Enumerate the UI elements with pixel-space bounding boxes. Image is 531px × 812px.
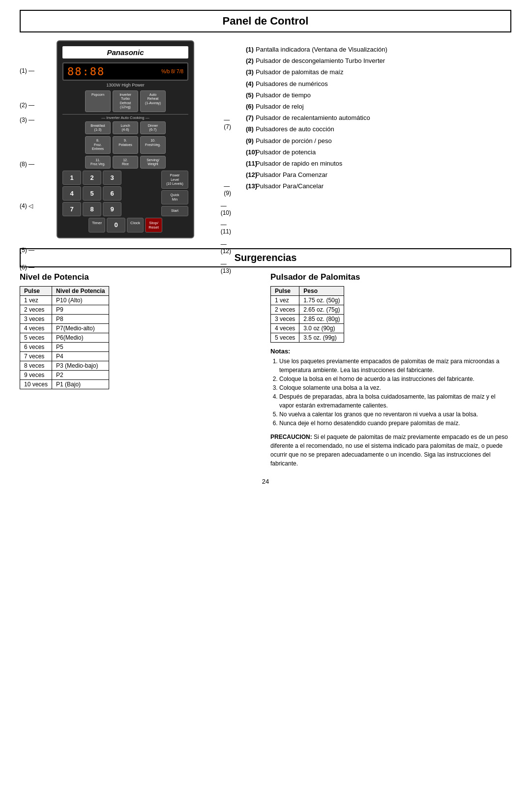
power-level-button[interactable]: PowerLevel(10 Levels) [161, 171, 188, 189]
right-label-item: (1) Pantalla indicadora (Ventana de Visu… [246, 45, 511, 54]
nota-item: No vuelva a calentar los granos que no r… [279, 410, 511, 419]
timer-button[interactable]: Timer [88, 218, 105, 232]
froz-entrees-button[interactable]: 8.Froz.Entrees [85, 136, 111, 153]
surgerencias-title: Surgerencias [21, 252, 510, 263]
turbo-defrost-button[interactable]: InverterTurboDefrost(12/vg) [113, 90, 138, 112]
right-label-item: (12) Pulsador Para Comenzar [246, 171, 511, 179]
fresh-veg-button[interactable]: 10.FreshVeg. [140, 136, 166, 153]
stop-reset-button[interactable]: Stop/Reset [145, 218, 162, 232]
callout-12-right: —(12) [221, 241, 231, 255]
breakfast-button[interactable]: Breakfast(1-3) [85, 121, 111, 135]
peso-cell: 2.65 oz. (75g) [299, 305, 344, 315]
label-num: (5) [246, 91, 254, 100]
display-symbols: %/b 8/ 7/8 [161, 68, 183, 75]
surgerencias-box: Surgerencias [20, 248, 511, 267]
palomitas-section: Pulsador de Palomitas Pulse Peso 1 vez1.… [270, 272, 511, 468]
top-section: (1) — (2) — (3) — (8) — (4) ◁ (5) — (6) … [20, 40, 511, 238]
nivel-cell: P10 (Alto) [52, 296, 109, 305]
right-label-item: (7) Pulsador de recalentamiento automáti… [246, 114, 511, 122]
potatoes-button[interactable]: 9.Potatoes [113, 136, 138, 153]
table-row: 6 vecesP5 [20, 343, 109, 352]
notas-list: Use los paquetes previamente empacados d… [279, 357, 511, 428]
pulse-cell: 4 veces [271, 324, 299, 333]
btn-0[interactable]: 0 [107, 218, 125, 232]
peso-cell: 1.75 oz. (50g) [299, 296, 344, 305]
pulse-cell: 5 veces [271, 333, 299, 343]
dinner-button[interactable]: Dinner(6-7) [140, 121, 166, 135]
table-row: 2 vecesP9 [20, 305, 109, 315]
serving-weight-button[interactable]: Serving/Weight [140, 156, 166, 169]
nivel-cell: P8 [52, 315, 109, 324]
right-label-item: (4) Pulsadores de numéricos [246, 80, 511, 88]
nota-item: Coloque solamente una bolsa a la vez. [279, 383, 511, 392]
nota-item: Nunca deje el horno desatendido cuando p… [279, 419, 511, 428]
table-row: 2 veces2.65 oz. (75g) [271, 305, 344, 315]
pulse-cell: 2 veces [20, 305, 52, 315]
btn-3[interactable]: 3 [103, 171, 121, 185]
btn-8[interactable]: 8 [83, 202, 101, 216]
nivel-cell: P4 [52, 352, 109, 361]
right-label-item: (8) Pulsadores de auto cocción [246, 125, 511, 134]
nivel-cell: P9 [52, 305, 109, 315]
precaucion-box: PRECAUCION: Si el paquete de palomitas d… [270, 433, 511, 468]
pulse-cell: 10 veces [20, 380, 52, 389]
entree-button-row: 8.Froz.Entrees 9.Potatoes 10.FreshVeg. [62, 136, 188, 153]
table-row: 7 vecesP4 [20, 352, 109, 361]
label-num: (13) [246, 182, 257, 191]
table-row: 3 veces2.85 oz. (80g) [271, 315, 344, 324]
btn-7[interactable]: 7 [62, 202, 81, 216]
palomitas-col2: Peso [299, 287, 344, 296]
callout-5: (5) — [20, 247, 34, 254]
diagram-container: (1) — (2) — (3) — (8) — (4) ◁ (5) — (6) … [20, 40, 231, 238]
table-row: 5 veces3.5 oz. (99g) [271, 333, 344, 343]
pulse-cell: 3 veces [20, 315, 52, 324]
table-row: 9 vecesP2 [20, 371, 109, 380]
label-num: (9) [246, 137, 254, 145]
right-label-item: (13) Pulsador Para/Cancelar [246, 182, 511, 191]
btn-2[interactable]: 2 [83, 171, 101, 185]
callout-2: (2) — [20, 102, 34, 109]
cooking-label: — Inverter Auto Cooking — [62, 114, 188, 120]
page-title-box: Panel de Control [20, 10, 511, 32]
right-label-item: (6) Pulsador de reloj [246, 102, 511, 111]
pulse-cell: 8 veces [20, 361, 52, 371]
palomitas-col1: Pulse [271, 287, 299, 296]
panel-diagram: Panasonic 88:88 %/b 8/ 7/8 1300W High Po… [57, 40, 194, 238]
btn-9[interactable]: 9 [103, 202, 121, 216]
btn-4[interactable]: 4 [62, 186, 81, 201]
table-row: 5 vecesP6(Medio) [20, 333, 109, 343]
nivel-col2: Nivel de Potencia [52, 287, 109, 296]
peso-cell: 3.5 oz. (99g) [299, 333, 344, 343]
pulse-cell: 9 veces [20, 371, 52, 380]
nivel-cell: P5 [52, 343, 109, 352]
nivel-section: Nivel de Potencia Pulse Nivel de Potenci… [20, 272, 261, 394]
auto-reheat-button[interactable]: AutoReheat(1-Avvray) [140, 90, 166, 112]
btn-6[interactable]: 6 [103, 186, 121, 201]
nivel-cell: P2 [52, 371, 109, 380]
froz-veg-row: 11.Froz.Veg. 12.Rice Serving/Weight [62, 156, 188, 169]
right-label-item: (11) Pulsador de rapido en minutos [246, 159, 511, 168]
label-num: (2) [246, 57, 254, 65]
btn-5[interactable]: 5 [83, 186, 101, 201]
numeric-section: 1 2 3 4 5 6 7 8 9 PowerLevel(10 Levels) … [62, 171, 188, 216]
callout-8: (8) — [20, 161, 34, 168]
lunch-button[interactable]: Lunch(4-6) [113, 121, 138, 135]
peso-cell: 3.0 oz (90g) [299, 324, 344, 333]
pulse-cell: 7 veces [20, 352, 52, 361]
callout-1: (1) — [20, 67, 34, 74]
side-buttons: PowerLevel(10 Levels) QuickMin Start [161, 171, 188, 216]
start-button[interactable]: Start [161, 206, 188, 216]
callout-6: (6) — [20, 264, 34, 271]
btn-1[interactable]: 1 [62, 171, 81, 185]
palomitas-table: Pulse Peso 1 vez1.75 oz. (50g)2 veces2.6… [270, 286, 344, 343]
froz-veg-button[interactable]: 11.Froz.Veg. [85, 156, 111, 169]
table-row: 1 vez1.75 oz. (50g) [271, 296, 344, 305]
rice-button[interactable]: 12.Rice [113, 156, 138, 169]
label-num: (1) [246, 45, 254, 54]
clock-button[interactable]: Clock [127, 218, 144, 232]
precaucion-title: PRECAUCION: [270, 434, 312, 440]
power-text: 1300W High Power [62, 83, 188, 87]
nivel-cell: P1 (Bajo) [52, 380, 109, 389]
quick-min-button[interactable]: QuickMin [161, 190, 188, 204]
popcorn-button[interactable]: Popcorn [85, 90, 111, 112]
